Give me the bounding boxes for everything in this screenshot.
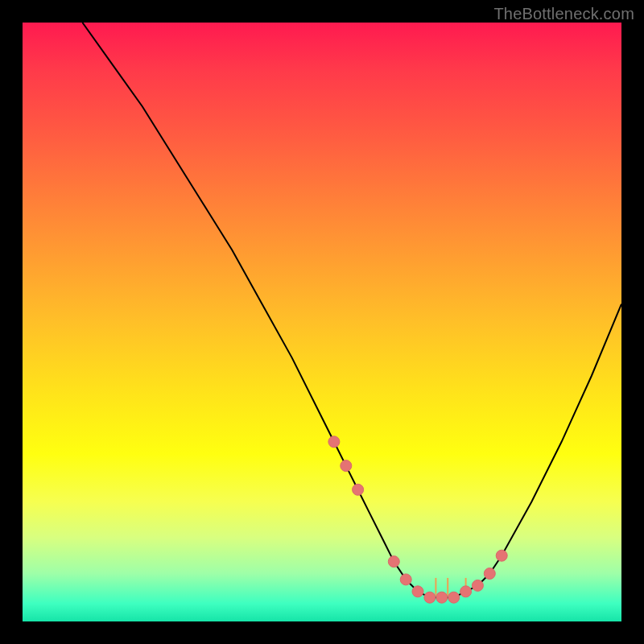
marker-point [424,592,436,603]
marker-point [341,460,352,472]
marker-point [436,592,448,603]
plot-area [23,23,621,621]
marker-point [400,574,411,585]
bottleneck-curve [82,23,621,597]
marker-point [484,568,495,580]
watermark-text: TheBottleneck.com [493,5,634,23]
marker-point [472,580,483,591]
marker-points [328,436,507,603]
chart-frame: TheBottleneck.com [0,0,644,644]
curve-layer [23,23,621,621]
marker-point [412,586,423,597]
marker-point [353,484,364,495]
marker-point [328,436,340,448]
marker-point [460,586,472,597]
marker-point [448,592,460,603]
marker-point [496,550,507,561]
marker-point [388,556,399,568]
